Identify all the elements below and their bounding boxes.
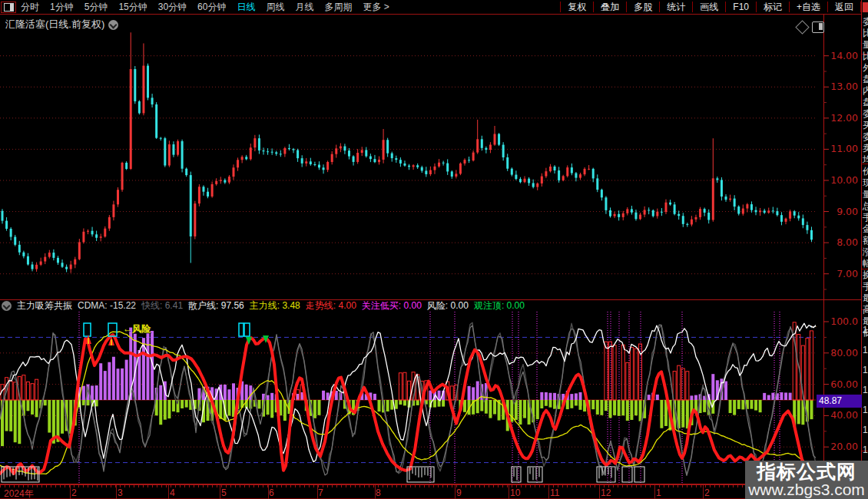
indicator-tick-label: 60.00 [830, 378, 858, 390]
indicator-tick-label: 40.00 [830, 409, 858, 421]
chevron-down-icon[interactable] [2, 301, 12, 311]
clipped-text: 比 [863, 51, 868, 61]
month-label: 1 [656, 487, 661, 498]
month-divider [509, 485, 509, 499]
month-divider [168, 485, 169, 499]
clipped-text: 买 [863, 121, 868, 130]
month-divider [548, 485, 549, 499]
month-label: 6 [269, 487, 274, 498]
clipped-text: 高 [863, 305, 868, 314]
price-tick-label: 10.00 [830, 174, 858, 186]
indicator-name[interactable]: 主力吸筹共振 [17, 299, 72, 312]
pane-corner-icons [797, 21, 824, 33]
month-divider [455, 485, 456, 499]
indicator-tick-label: 100.0 [830, 316, 858, 327]
price-tick-label: 11.00 [830, 143, 858, 154]
clipped-text: 最 [863, 293, 868, 302]
chart-plot-area[interactable]: 14.0013.0012.0011.0010.009.008.007.00100… [0, 0, 868, 499]
watermark: 指标公式网 www.zbgs3.com [745, 461, 868, 499]
price-tick-label: 8.00 [837, 236, 858, 248]
clipped-text: 均 [863, 155, 868, 164]
clipped-text: 委 [863, 132, 868, 141]
month-divider [703, 485, 704, 499]
month-divider [654, 485, 655, 499]
month-label: 3 [118, 487, 123, 498]
clipped-text: 外 [863, 63, 868, 72]
clipped-text: 卖 [863, 144, 868, 153]
clipped-text: 幅 [863, 259, 868, 268]
clipped-text: 换 [863, 270, 868, 279]
date-axis[interactable]: 2024年2345678910111212 [0, 484, 823, 499]
indicator-field: 散户线: 97.56 [188, 299, 244, 312]
clipped-text: 价 [863, 167, 868, 176]
price-tick-label: 14.00 [830, 50, 858, 61]
clipped-red-button [863, 2, 868, 12]
clipped-digit: 1 [863, 405, 868, 415]
indicator-field: 快线: 6.41 [141, 299, 183, 312]
risk-annotation: ←风险 [123, 322, 151, 335]
price-tick-label: 7.00 [837, 268, 858, 279]
month-label: 10 [510, 487, 520, 498]
month-label: 9 [456, 487, 462, 498]
clipped-text: 现 [863, 178, 868, 187]
clipped-text: 涨 [863, 247, 868, 256]
clipped-text: 手 [863, 213, 868, 222]
clipped-text: 金 [863, 224, 868, 233]
clipped-text: 比 [863, 28, 868, 38]
clipped-text: 量 [863, 190, 868, 199]
clipped-digit: 1 [863, 425, 868, 435]
month-label: 2 [71, 487, 77, 498]
clipped-digit: 1 [863, 385, 868, 395]
last-value-arrow: ← [808, 319, 818, 331]
indicator-field: 主力线: 3.48 [250, 299, 300, 312]
indicator-header: 主力吸筹共振 CDMA: -15.22快线: 6.41散户线: 97.56主力线… [2, 300, 525, 311]
chart-title: 汇隆活塞(日线.前复权) [5, 18, 118, 31]
indicator-field: 走势线: 4.00 [306, 299, 356, 312]
indicator-tick-label: 20.00 [830, 441, 858, 452]
indicator-field: 关注低买: 0.00 [362, 299, 422, 312]
month-label: 8 [376, 487, 381, 498]
trading-app-window: 分时1分钟5分钟15分钟30分钟60分钟日线周线月线多周期更多 > 复权叠加多股… [0, 0, 868, 499]
clipped-text: 额 [863, 236, 868, 245]
clipped-text: 手 [863, 282, 868, 291]
month-label: 7 [318, 487, 323, 498]
watermark-url: www.zbgs3.com [748, 481, 865, 498]
chart-title-text: 汇隆活塞(日线.前复权) [5, 18, 104, 31]
month-divider [599, 485, 600, 499]
price-tick-label: 13.00 [830, 81, 858, 92]
clipped-digit: 1 [863, 326, 868, 335]
watermark-site-name: 指标公式网 [757, 461, 856, 481]
clipped-digit: 1 [863, 365, 868, 375]
clipped-text: 盘 [863, 74, 868, 84]
month-label: 2024年 [4, 487, 34, 499]
price-tick-label: 9.00 [837, 206, 858, 217]
month-label: 2 [704, 487, 710, 498]
indicator-field: 观注顶: 0.00 [474, 299, 525, 312]
clipped-text: 委 [863, 17, 868, 26]
month-label: 11 [550, 487, 559, 498]
price-tick-label: 12.00 [830, 112, 858, 124]
month-divider [220, 485, 220, 499]
month-label: 5 [221, 487, 227, 498]
clipped-text: 总 [863, 201, 868, 210]
chevron-down-icon[interactable] [108, 20, 118, 30]
last-value-badge: 48.87 [817, 395, 862, 408]
month-divider [116, 485, 117, 499]
clipped-text: 内 [863, 86, 868, 95]
month-label: 12 [601, 487, 611, 498]
date-axis-ticks [0, 485, 823, 487]
panel-toggle-icon[interactable] [812, 21, 824, 33]
clipped-digit: 1 [863, 345, 868, 355]
clipped-text: 盘 [863, 97, 868, 107]
diamond-icon[interactable] [795, 20, 809, 34]
clipped-text: 委 [863, 109, 868, 118]
month-label: 4 [170, 487, 175, 498]
indicator-field: 风险: 0.00 [427, 299, 469, 312]
indicator-field: CDMA: -15.22 [78, 300, 136, 311]
clipped-digit: 1 [863, 445, 868, 454]
clipped-side-panel: 委比量比外盘内盘委买委卖均价现量总手金额涨幅换手最高最低11111111 [861, 0, 868, 499]
clipped-text: 量 [863, 40, 868, 49]
indicator-tick-label: 80.00 [830, 347, 858, 359]
month-divider [70, 485, 71, 499]
